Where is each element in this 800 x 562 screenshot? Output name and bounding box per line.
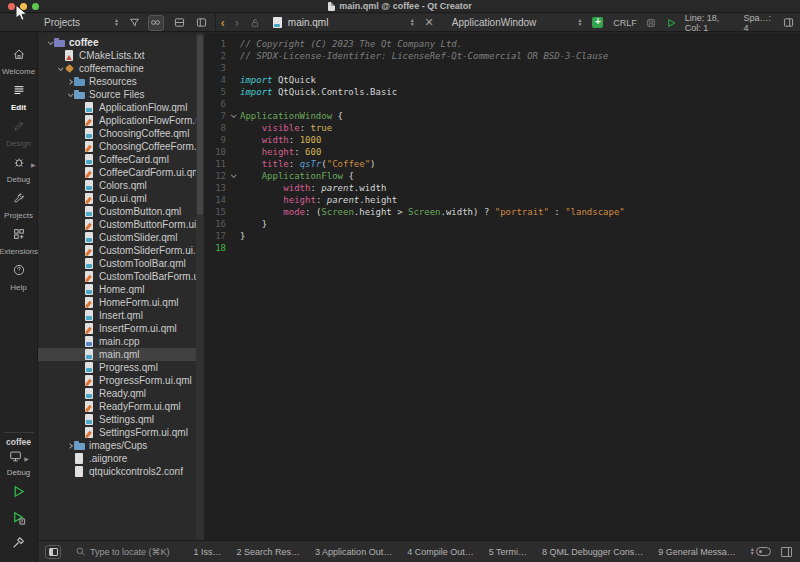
- code-line[interactable]: 8 visible: true: [204, 122, 800, 134]
- tree-scrollbar[interactable]: [196, 33, 204, 540]
- pane-selector-dropdown[interactable]: Projects ▲▼: [44, 17, 119, 28]
- filter-icon[interactable]: [127, 15, 143, 31]
- document-dropdown-icon[interactable]: ▲▼: [410, 19, 415, 26]
- fold-marker-icon[interactable]: [231, 112, 237, 118]
- chevron-down-icon[interactable]: [47, 39, 53, 45]
- code-line[interactable]: 7ApplicationWindow {: [204, 110, 800, 122]
- toggle-right-sidebar-button[interactable]: [781, 547, 792, 557]
- code-line[interactable]: 11 title: qsTr("Coffee"): [204, 158, 800, 170]
- chevron-right-icon[interactable]: [67, 79, 73, 85]
- mode-item-projects[interactable]: Projects: [0, 187, 38, 223]
- output-tab[interactable]: 8 QML Debugger Cons…: [542, 547, 643, 557]
- tree-row[interactable]: CustomSliderForm.ui.qml: [38, 244, 196, 257]
- tree-row[interactable]: main.cpp: [38, 335, 196, 348]
- run-button[interactable]: [11, 484, 26, 503]
- output-tab[interactable]: 9 General Messa…: [658, 547, 736, 557]
- tree-row[interactable]: ApplicationFlow.qml: [38, 101, 196, 114]
- code-line[interactable]: 3: [204, 62, 800, 74]
- tree-row[interactable]: CoffeeCard.qml: [38, 153, 196, 166]
- fold-marker-icon[interactable]: [231, 172, 237, 178]
- save-icon[interactable]: [643, 15, 659, 31]
- tree-row[interactable]: CustomButton.qml: [38, 205, 196, 218]
- progress-indicator-icon[interactable]: [756, 547, 771, 556]
- tree-row[interactable]: Source Files: [38, 88, 196, 101]
- tree-row[interactable]: Cup.ui.qml: [38, 192, 196, 205]
- scrollbar-thumb[interactable]: [197, 35, 203, 215]
- mode-item-edit[interactable]: Edit: [0, 79, 38, 115]
- tree-row[interactable]: ChoosingCoffee.qml: [38, 127, 196, 140]
- code-line[interactable]: 16 }: [204, 218, 800, 230]
- vcs-add-indicator-icon[interactable]: +: [592, 17, 603, 28]
- chevron-down-icon[interactable]: [67, 91, 73, 97]
- code-line[interactable]: 13 width: parent.width: [204, 182, 800, 194]
- tree-row[interactable]: ReadyForm.ui.qml: [38, 400, 196, 413]
- tree-row[interactable]: CustomToolBarForm.ui.qml: [38, 270, 196, 283]
- cursor-position-label[interactable]: Line: 18, Col: 1: [685, 13, 738, 33]
- tree-row[interactable]: ApplicationFlowForm.ui.qml: [38, 114, 196, 127]
- tree-row[interactable]: CoffeeCardForm.ui.qml: [38, 166, 196, 179]
- mode-item-help[interactable]: Help: [0, 259, 38, 295]
- chevron-down-icon[interactable]: [57, 65, 63, 71]
- open-document-label[interactable]: main.qml: [288, 17, 410, 28]
- split-pane-icon[interactable]: [172, 15, 188, 31]
- mode-item-extensions[interactable]: Extensions: [0, 223, 38, 259]
- preview-run-icon[interactable]: [663, 15, 679, 31]
- tree-row[interactable]: Insert.qml: [38, 309, 196, 322]
- mode-item-debug[interactable]: Debug▶: [0, 151, 38, 187]
- output-tab[interactable]: 1 Iss…: [194, 547, 222, 557]
- output-tab[interactable]: 5 Termi…: [489, 547, 527, 557]
- code-line[interactable]: 6: [204, 98, 800, 110]
- editor-split-menu-icon[interactable]: [780, 15, 796, 31]
- go-back-icon[interactable]: ‹: [221, 16, 225, 30]
- output-pane-arrows-icon[interactable]: ▲▼: [750, 548, 755, 555]
- output-tab[interactable]: 4 Compile Out…: [407, 547, 474, 557]
- kit-selector-button[interactable]: ▶: [8, 449, 29, 467]
- mode-item-welcome[interactable]: Welcome: [0, 43, 38, 79]
- tree-row[interactable]: coffee: [38, 36, 196, 49]
- debug-run-button[interactable]: [11, 510, 26, 529]
- code-line[interactable]: 14 height: parent.height: [204, 194, 800, 206]
- tree-row[interactable]: .aiignore: [38, 452, 196, 465]
- tree-row[interactable]: CustomSlider.qml: [38, 231, 196, 244]
- tree-row[interactable]: CustomButtonForm.ui.qml: [38, 218, 196, 231]
- tree-row[interactable]: Home.qml: [38, 283, 196, 296]
- tree-row[interactable]: CMakeLists.txt: [38, 49, 196, 62]
- code-line[interactable]: 12 ApplicationFlow {: [204, 170, 800, 182]
- tree-row[interactable]: main.qml: [38, 348, 196, 361]
- tree-row[interactable]: HomeForm.ui.qml: [38, 296, 196, 309]
- code-line[interactable]: 18: [204, 242, 800, 254]
- tree-row[interactable]: ChoosingCoffeeForm.ui.qml: [38, 140, 196, 153]
- tree-row[interactable]: ProgressForm.ui.qml: [38, 374, 196, 387]
- code-line[interactable]: 15 mode: (Screen.height > Screen.width) …: [204, 206, 800, 218]
- code-editor[interactable]: 1// Copyright (C) 2023 The Qt Company Lt…: [204, 33, 800, 540]
- tree-row[interactable]: Resources: [38, 75, 196, 88]
- chevron-right-icon[interactable]: [67, 443, 73, 449]
- code-line[interactable]: 2// SPDX-License-Identifier: LicenseRef-…: [204, 50, 800, 62]
- tree-row[interactable]: Settings.qml: [38, 413, 196, 426]
- code-line[interactable]: 1// Copyright (C) 2023 The Qt Company Lt…: [204, 38, 800, 50]
- tree-row[interactable]: Ready.qml: [38, 387, 196, 400]
- code-line[interactable]: 10 height: 600: [204, 146, 800, 158]
- minimize-window-button[interactable]: [20, 3, 27, 10]
- toggle-left-sidebar-button[interactable]: [45, 545, 61, 559]
- close-pane-icon[interactable]: [194, 15, 210, 31]
- zoom-window-button[interactable]: [32, 3, 39, 10]
- code-line[interactable]: 9 width: 1000: [204, 134, 800, 146]
- sync-with-editor-icon[interactable]: [148, 15, 164, 31]
- locator-field[interactable]: Type to locate (⌘K): [75, 546, 170, 557]
- tree-row[interactable]: InsertForm.ui.qml: [38, 322, 196, 335]
- tree-row[interactable]: qtquickcontrols2.conf: [38, 465, 196, 478]
- tree-row[interactable]: Progress.qml: [38, 361, 196, 374]
- tree-row[interactable]: coffeemachine: [38, 62, 196, 75]
- code-line[interactable]: 4import QtQuick: [204, 74, 800, 86]
- tree-row[interactable]: CustomToolBar.qml: [38, 257, 196, 270]
- code-line[interactable]: 5import QtQuick.Controls.Basic: [204, 86, 800, 98]
- output-tab[interactable]: 2 Search Res…: [237, 547, 301, 557]
- code-line[interactable]: 17}: [204, 230, 800, 242]
- go-forward-icon[interactable]: ›: [235, 16, 239, 30]
- build-button[interactable]: [11, 535, 26, 554]
- tree-row[interactable]: SettingsForm.ui.qml: [38, 426, 196, 439]
- indent-settings-label[interactable]: Spa…: 4: [744, 13, 774, 33]
- line-ending-selector[interactable]: CRLF: [613, 18, 637, 28]
- close-window-button[interactable]: [8, 3, 15, 10]
